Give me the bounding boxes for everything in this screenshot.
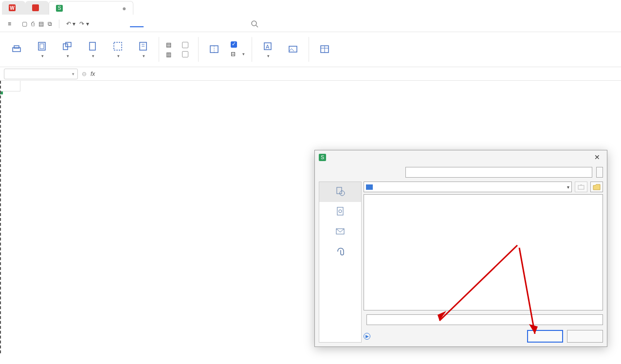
name-box[interactable] bbox=[4, 69, 78, 79]
page-break-preview-icon bbox=[209, 44, 219, 55]
tips-link[interactable]: ▶ bbox=[364, 333, 372, 340]
copy-icon[interactable]: ⧉ bbox=[48, 20, 52, 27]
undo-icon[interactable]: ↶ ▾ bbox=[66, 20, 75, 27]
formula-bar: ⊖ fx bbox=[0, 67, 621, 81]
link-type-sidebar bbox=[319, 182, 362, 343]
print-scale-button[interactable] bbox=[131, 34, 155, 65]
page-margin-button[interactable] bbox=[30, 34, 54, 65]
menu-review[interactable] bbox=[171, 21, 184, 27]
address-input[interactable] bbox=[366, 314, 603, 325]
separator bbox=[159, 37, 159, 62]
separator bbox=[309, 37, 309, 62]
menu-bar: ≡ ▢ ⎙ ▤ ⧉ ↶ ▾ ↷ ▾ bbox=[0, 16, 621, 32]
hamburger-icon: ≡ bbox=[8, 20, 11, 27]
svg-rect-9 bbox=[114, 42, 122, 50]
file-menu[interactable]: ≡ bbox=[4, 18, 17, 29]
dialog-main: ▶ bbox=[319, 182, 603, 343]
screen-tip-button[interactable] bbox=[596, 167, 603, 178]
show-page-breaks-checkbox[interactable] bbox=[231, 41, 245, 48]
print-preview-icon[interactable]: ▤ bbox=[38, 20, 44, 27]
separator bbox=[252, 37, 252, 62]
svg-rect-4 bbox=[38, 42, 45, 50]
menu-start[interactable] bbox=[103, 21, 116, 27]
svg-rect-5 bbox=[40, 44, 44, 49]
menu-tools[interactable] bbox=[198, 21, 212, 27]
link-type-place-in-doc[interactable] bbox=[319, 202, 361, 222]
menu-items bbox=[103, 20, 239, 27]
menu-page[interactable] bbox=[130, 20, 144, 27]
menu-view[interactable] bbox=[184, 21, 198, 27]
ribbon: ▤ ▥ ⊟ A bbox=[0, 32, 621, 67]
menu-data[interactable] bbox=[157, 21, 171, 27]
svg-rect-7 bbox=[66, 42, 71, 47]
close-button[interactable]: ✕ bbox=[591, 152, 603, 162]
email-icon bbox=[335, 226, 346, 237]
attachment-icon bbox=[335, 246, 346, 256]
docer-icon bbox=[32, 4, 39, 11]
file-list[interactable] bbox=[364, 194, 603, 310]
address-row bbox=[364, 314, 603, 325]
page-break-preview-button[interactable] bbox=[202, 34, 226, 65]
play-icon: ▶ bbox=[364, 333, 370, 340]
print-icon[interactable]: ⎙ bbox=[31, 20, 35, 27]
app-tabs: W S ● bbox=[0, 0, 621, 16]
cancel-button[interactable] bbox=[567, 330, 603, 343]
menu-member[interactable] bbox=[212, 21, 225, 27]
column-headers bbox=[0, 81, 621, 91]
link-type-attachment[interactable] bbox=[319, 242, 361, 262]
print-titles-button[interactable]: ▤ bbox=[166, 41, 174, 48]
tab-templates[interactable] bbox=[25, 1, 49, 15]
header-footer-button[interactable]: ▥ bbox=[166, 51, 174, 58]
desktop-icon bbox=[366, 184, 373, 190]
cancel-icon[interactable]: ⊖ bbox=[82, 71, 87, 77]
folder-combo[interactable] bbox=[364, 182, 572, 192]
menu-insert[interactable] bbox=[116, 21, 130, 27]
titles-icon: ▤ bbox=[166, 41, 171, 48]
print-rownum-checkbox[interactable] bbox=[182, 51, 191, 57]
hyperlink-dialog: S ✕ bbox=[314, 150, 607, 347]
svg-point-24 bbox=[339, 210, 342, 213]
doc-place-icon bbox=[335, 206, 346, 217]
tab-document[interactable]: S ● bbox=[49, 1, 133, 15]
print-grid-checkbox[interactable] bbox=[182, 42, 191, 48]
fx-icon[interactable]: fx bbox=[91, 71, 95, 77]
background-image-button[interactable] bbox=[281, 34, 305, 65]
header-footer-icon: ▥ bbox=[166, 51, 171, 58]
save-icon[interactable]: ▢ bbox=[22, 20, 27, 27]
wps-logo-icon: W bbox=[9, 4, 16, 11]
link-type-file-web[interactable] bbox=[319, 182, 361, 202]
redo-icon[interactable]: ↷ ▾ bbox=[79, 20, 89, 27]
insert-break-icon: ⊟ bbox=[231, 51, 236, 57]
menu-formula[interactable] bbox=[144, 21, 157, 27]
checkbox-on-icon bbox=[231, 41, 237, 48]
separator bbox=[198, 37, 199, 62]
paper-size-button[interactable] bbox=[81, 34, 104, 65]
ribbon-print-options: ▤ ▥ bbox=[163, 34, 177, 65]
theme-button[interactable]: A bbox=[256, 34, 279, 65]
image-icon bbox=[288, 44, 298, 55]
print-area-button[interactable] bbox=[106, 34, 129, 65]
select-all-corner[interactable] bbox=[0, 81, 20, 91]
browse-button[interactable] bbox=[590, 182, 603, 192]
ribbon-pagebreak-options: ⊟ bbox=[228, 34, 248, 65]
search-icon[interactable] bbox=[251, 20, 258, 28]
up-folder-button[interactable] bbox=[575, 182, 587, 192]
insert-page-break-button[interactable]: ⊟ bbox=[231, 51, 245, 57]
dialog-body: ▶ bbox=[315, 164, 607, 346]
link-type-email[interactable] bbox=[319, 222, 361, 242]
table-beautify-button[interactable] bbox=[313, 34, 336, 65]
beautify-icon bbox=[319, 44, 330, 55]
paper-direction-button[interactable] bbox=[55, 34, 79, 65]
print-preview-button[interactable] bbox=[5, 34, 28, 65]
dialog-titlebar[interactable]: S ✕ bbox=[315, 150, 607, 164]
svg-rect-3 bbox=[14, 46, 19, 48]
fx-area: ⊖ fx bbox=[82, 71, 617, 77]
display-text-input[interactable] bbox=[405, 167, 592, 178]
cell-value bbox=[0, 91, 4, 93]
ok-button[interactable] bbox=[527, 330, 563, 343]
svg-rect-13 bbox=[210, 46, 218, 53]
tab-wps-home[interactable]: W bbox=[2, 1, 25, 15]
dialog-footer: ▶ bbox=[364, 330, 603, 343]
svg-rect-17 bbox=[289, 46, 297, 52]
menu-efficiency[interactable] bbox=[225, 21, 239, 27]
